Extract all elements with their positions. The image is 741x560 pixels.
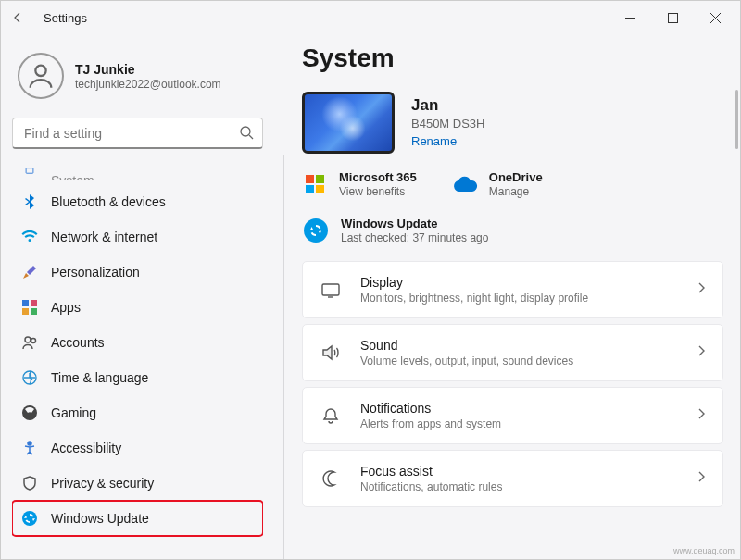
- svg-rect-1: [668, 13, 677, 22]
- wifi-icon: [21, 229, 38, 245]
- user-block[interactable]: TJ Junkie techjunkie2022@outlook.com: [12, 45, 263, 114]
- back-button[interactable]: [5, 5, 31, 31]
- svg-rect-11: [31, 308, 37, 315]
- system-icon: [21, 164, 38, 180]
- update-title: Windows Update: [341, 217, 488, 230]
- sidebar-item-accounts[interactable]: Accounts: [12, 325, 263, 360]
- gaming-icon: [21, 404, 38, 421]
- setting-title: Display: [360, 275, 588, 290]
- m365-icon: [302, 171, 328, 197]
- sidebar: TJ Junkie techjunkie2022@outlook.com Sys…: [1, 34, 274, 559]
- chevron-right-icon: [695, 281, 708, 298]
- accounts-icon: [21, 334, 38, 351]
- setting-sound[interactable]: Sound Volume levels, output, input, soun…: [302, 324, 723, 381]
- setting-focus-assist[interactable]: Focus assist Notifications, automatic ru…: [302, 450, 723, 507]
- scrollbar[interactable]: [735, 90, 738, 149]
- sidebar-item-time[interactable]: Time & language: [12, 360, 263, 395]
- app-title: Settings: [44, 11, 87, 25]
- device-row: Jan B450M DS3H Rename: [302, 92, 723, 154]
- nav-label: Bluetooth & devices: [51, 194, 166, 209]
- windows-update-row[interactable]: Windows Update Last checked: 37 minutes …: [302, 211, 723, 261]
- page-title: System: [302, 44, 723, 73]
- update-icon: [21, 510, 38, 527]
- sidebar-item-accessibility[interactable]: Accessibility: [12, 430, 263, 466]
- update-circle-icon: [304, 218, 328, 243]
- search-box: [12, 118, 263, 149]
- service-sub: View benefits: [339, 185, 417, 198]
- device-thumbnail: [302, 92, 395, 154]
- nav-label: Windows Update: [51, 511, 149, 526]
- onedrive-icon: [452, 171, 478, 197]
- chevron-right-icon: [695, 344, 708, 361]
- sidebar-item-apps[interactable]: Apps: [12, 290, 263, 325]
- setting-sub: Volume levels, output, input, sound devi…: [360, 355, 573, 367]
- service-title: Microsoft 365: [339, 170, 417, 184]
- service-onedrive[interactable]: OneDrive Manage: [452, 170, 543, 198]
- setting-sub: Notifications, automatic rules: [360, 480, 502, 493]
- sidebar-item-gaming[interactable]: Gaming: [12, 395, 263, 430]
- setting-title: Notifications: [360, 401, 501, 416]
- bluetooth-icon: [21, 193, 38, 210]
- service-m365[interactable]: Microsoft 365 View benefits: [302, 170, 417, 198]
- display-icon: [318, 277, 344, 303]
- rename-link[interactable]: Rename: [411, 134, 457, 148]
- nav-label: Gaming: [51, 405, 96, 420]
- search-input[interactable]: [12, 118, 263, 149]
- bell-icon: [318, 403, 344, 429]
- svg-rect-18: [306, 175, 314, 183]
- update-sub: Last checked: 37 minutes ago: [341, 231, 488, 244]
- sidebar-item-bluetooth[interactable]: Bluetooth & devices: [12, 184, 263, 219]
- clock-globe-icon: [21, 369, 38, 386]
- svg-point-13: [31, 339, 36, 343]
- sidebar-item-windows-update[interactable]: Windows Update: [12, 501, 263, 536]
- svg-rect-19: [316, 175, 324, 183]
- nav-label: Accounts: [51, 335, 105, 350]
- svg-rect-10: [22, 308, 29, 315]
- nav-label: Network & internet: [51, 230, 157, 244]
- sound-icon: [318, 340, 344, 366]
- nav-label: Privacy & security: [51, 476, 154, 491]
- apps-icon: [21, 299, 38, 316]
- moon-icon: [318, 466, 344, 492]
- svg-rect-7: [26, 168, 33, 174]
- svg-point-5: [241, 127, 250, 136]
- svg-point-4: [35, 66, 45, 76]
- close-button[interactable]: [694, 4, 736, 31]
- svg-point-12: [25, 337, 31, 342]
- main-panel: System Jan B450M DS3H Rename Microsoft 3…: [274, 34, 740, 559]
- svg-rect-22: [322, 284, 339, 295]
- services-row: Microsoft 365 View benefits OneDrive Man…: [302, 170, 723, 198]
- setting-sub: Monitors, brightness, night light, displ…: [360, 292, 588, 305]
- device-model: B450M DS3H: [411, 117, 484, 131]
- svg-rect-9: [31, 300, 37, 306]
- avatar: [18, 53, 64, 99]
- person-icon: [25, 60, 57, 92]
- svg-point-17: [22, 511, 37, 526]
- shield-icon: [21, 475, 38, 492]
- setting-title: Focus assist: [360, 464, 502, 479]
- nav-label: Apps: [51, 300, 81, 315]
- user-email: techjunkie2022@outlook.com: [75, 78, 221, 91]
- minimize-button[interactable]: [609, 4, 651, 31]
- service-sub: Manage: [489, 185, 543, 198]
- maximize-button[interactable]: [651, 4, 694, 31]
- nav-label: Personalization: [51, 265, 140, 280]
- search-icon: [239, 125, 254, 143]
- nav-list: System Bluetooth & devices Network & int…: [12, 164, 263, 559]
- setting-display[interactable]: Display Monitors, brightness, night ligh…: [302, 261, 723, 318]
- sidebar-item-privacy[interactable]: Privacy & security: [12, 466, 263, 501]
- sidebar-item-network[interactable]: Network & internet: [12, 219, 263, 255]
- arrow-left-icon: [10, 10, 25, 25]
- window-controls: [609, 4, 736, 31]
- user-name: TJ Junkie: [75, 62, 221, 77]
- setting-title: Sound: [360, 338, 573, 353]
- nav-label: Time & language: [51, 370, 148, 385]
- setting-notifications[interactable]: Notifications Alerts from apps and syste…: [302, 387, 723, 444]
- chevron-right-icon: [695, 470, 708, 487]
- svg-rect-21: [316, 185, 324, 193]
- nav-label: Accessibility: [51, 441, 121, 455]
- sidebar-item-system[interactable]: System: [12, 164, 263, 180]
- device-name: Jan: [411, 96, 484, 115]
- title-bar: Settings: [1, 1, 740, 34]
- sidebar-item-personalization[interactable]: Personalization: [12, 255, 263, 290]
